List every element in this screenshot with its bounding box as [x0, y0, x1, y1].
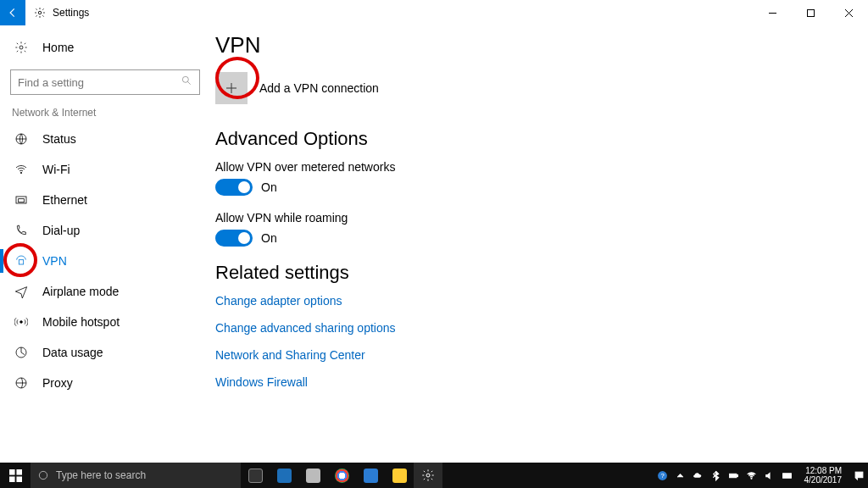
system-tray: ? 12:08 PM 4/20/2017: [657, 466, 869, 485]
sidebar-item-airplane[interactable]: Airplane mode: [0, 276, 210, 307]
tray-volume-icon[interactable]: [764, 470, 775, 481]
link-network-center[interactable]: Network and Sharing Center: [215, 348, 868, 362]
taskbar-app-settings[interactable]: [414, 463, 442, 488]
svg-rect-21: [16, 476, 22, 482]
svg-rect-12: [19, 260, 23, 264]
svg-text:?: ?: [660, 472, 664, 480]
tray-keyboard-icon[interactable]: [782, 470, 793, 481]
taskbar-app-edge[interactable]: [270, 463, 298, 488]
tray-help-icon[interactable]: ?: [657, 470, 668, 481]
page-title: VPN: [215, 32, 868, 58]
sidebar-item-datausage[interactable]: Data usage: [0, 337, 210, 368]
tray-wifi-icon[interactable]: [746, 470, 757, 481]
sidebar-item-label: Mobile hotspot: [42, 315, 120, 329]
toggle-roaming-label: Allow VPN while roaming: [215, 211, 868, 225]
search-input[interactable]: [18, 76, 181, 89]
svg-rect-29: [782, 473, 791, 477]
data-icon: [12, 346, 31, 359]
svg-line-7: [187, 81, 190, 84]
sidebar-item-ethernet[interactable]: Ethernet: [0, 185, 210, 215]
sidebar-item-label: Status: [42, 132, 76, 146]
taskbar-app-word[interactable]: [356, 463, 385, 488]
taskbar-clock[interactable]: 12:08 PM 4/20/2017: [799, 466, 848, 485]
svg-point-22: [39, 471, 47, 479]
settings-app-icon: [29, 7, 51, 19]
search-box[interactable]: [10, 69, 200, 95]
close-button[interactable]: [830, 0, 868, 25]
svg-rect-18: [9, 469, 15, 475]
svg-rect-2: [808, 9, 815, 16]
sidebar-item-label: Airplane mode: [42, 285, 119, 298]
sidebar-home[interactable]: Home: [0, 30, 210, 64]
start-button[interactable]: [0, 463, 31, 488]
taskbar-app-chrome[interactable]: [327, 463, 356, 488]
tray-chevron-up-icon[interactable]: [675, 470, 686, 481]
phone-icon: [12, 224, 31, 237]
sidebar-item-label: Wi-Fi: [42, 163, 70, 176]
hotspot-icon: [12, 315, 31, 329]
svg-point-13: [20, 321, 23, 324]
titlebar: Settings: [0, 0, 868, 25]
sidebar-item-hotspot[interactable]: Mobile hotspot: [0, 307, 210, 337]
tray-battery-icon[interactable]: [728, 470, 739, 481]
svg-point-28: [750, 478, 751, 479]
cortana-icon: [37, 469, 49, 481]
tray-notifications-icon[interactable]: [854, 470, 865, 481]
toggle-metered-block: Allow VPN over metered networks On: [215, 160, 868, 196]
svg-rect-27: [737, 474, 737, 476]
sidebar-item-dialup[interactable]: Dial-up: [0, 215, 210, 246]
svg-point-9: [20, 172, 21, 173]
toggle-metered-state: On: [261, 180, 277, 194]
sidebar-item-label: VPN: [42, 254, 67, 268]
taskbar-apps: [241, 463, 442, 488]
sidebar-item-label: Ethernet: [42, 193, 87, 207]
plus-icon: [215, 72, 248, 104]
airplane-icon: [12, 285, 31, 298]
sidebar-item-proxy[interactable]: Proxy: [0, 368, 210, 398]
svg-rect-30: [855, 472, 863, 478]
sidebar-item-vpn[interactable]: VPN: [0, 246, 210, 276]
tray-onedrive-icon[interactable]: [693, 470, 704, 481]
taskbar-search[interactable]: Type here to search: [31, 463, 241, 488]
content-pane: VPN Add a VPN connection Advanced Option…: [210, 25, 868, 463]
globe-icon: [12, 132, 31, 146]
vpn-icon: [12, 254, 31, 268]
svg-point-23: [426, 474, 430, 477]
svg-rect-26: [729, 474, 736, 477]
toggle-roaming[interactable]: [215, 230, 253, 247]
add-vpn-row[interactable]: Add a VPN connection: [215, 72, 868, 104]
link-windows-firewall[interactable]: Windows Firewall: [215, 375, 868, 389]
taskbar-app-explorer[interactable]: [385, 463, 414, 488]
sidebar-item-status[interactable]: Status: [0, 124, 210, 154]
svg-point-5: [19, 46, 23, 49]
advanced-heading: Advanced Options: [215, 128, 868, 150]
sidebar-group-label: Network & Internet: [0, 103, 210, 124]
sidebar-home-label: Home: [42, 41, 74, 54]
taskbar-search-placeholder: Type here to search: [56, 469, 146, 481]
toggle-metered-label: Allow VPN over metered networks: [215, 160, 868, 174]
sidebar-item-wifi[interactable]: Wi-Fi: [0, 154, 210, 185]
add-vpn-label: Add a VPN connection: [259, 81, 379, 95]
task-view-button[interactable]: [241, 463, 270, 488]
svg-point-6: [182, 76, 188, 82]
sidebar-item-label: Proxy: [42, 376, 73, 390]
link-sharing-options[interactable]: Change advanced sharing options: [215, 321, 868, 335]
taskbar-app-s[interactable]: [298, 463, 327, 488]
maximize-button[interactable]: [792, 0, 830, 25]
minimize-button[interactable]: [754, 0, 792, 25]
search-icon: [181, 75, 192, 90]
toggle-roaming-block: Allow VPN while roaming On: [215, 211, 868, 247]
link-adapter-options[interactable]: Change adapter options: [215, 294, 868, 308]
proxy-icon: [12, 376, 31, 390]
back-button[interactable]: [0, 0, 25, 25]
app-title: Settings: [53, 7, 89, 19]
tray-bluetooth-icon[interactable]: [710, 470, 721, 481]
sidebar-item-label: Dial-up: [42, 224, 80, 237]
toggle-roaming-state: On: [261, 231, 277, 245]
ethernet-icon: [12, 193, 31, 207]
wifi-icon: [12, 163, 31, 176]
toggle-metered[interactable]: [215, 179, 253, 196]
svg-rect-11: [19, 199, 25, 202]
svg-point-0: [38, 11, 42, 14]
gear-icon: [12, 41, 31, 54]
